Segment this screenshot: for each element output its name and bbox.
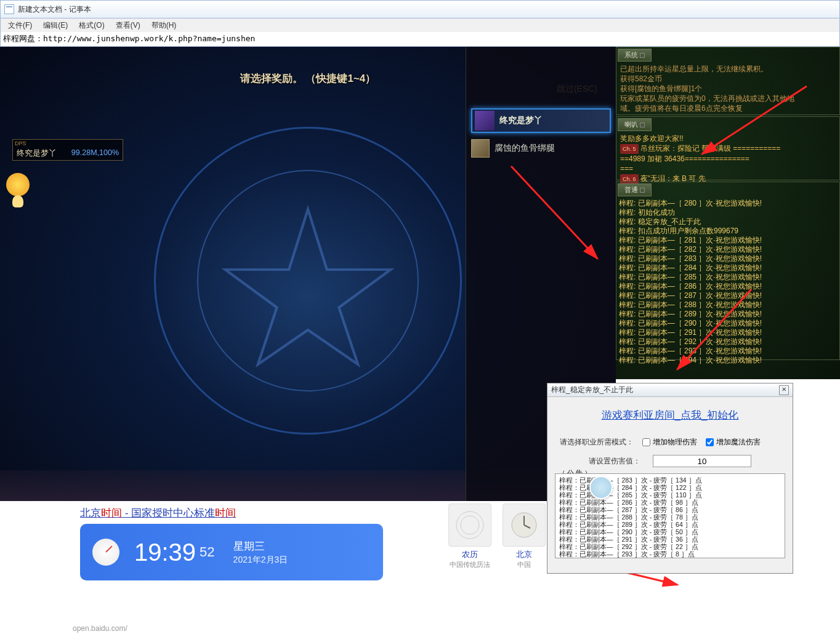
log-panel: 普通 梓程: 已刷副本—［ 280 ］次·祝您游戏愉快!梓程: 初始化成功梓程:… <box>616 182 840 360</box>
tool-avatar-icon <box>589 476 613 499</box>
notepad-icon <box>4 4 14 14</box>
notepad-title: 新建文本文档 - 记事本 <box>18 4 91 15</box>
menu-edit[interactable]: 编辑(E) <box>38 19 73 32</box>
clock-weekday: 星期三 <box>233 539 288 553</box>
system-tab[interactable]: 系统 <box>618 49 652 62</box>
log-tab[interactable]: 普通 <box>618 183 652 196</box>
mascot-icon <box>6 173 30 196</box>
reward-item[interactable]: 腐蚀的鱼骨绑腿 <box>471 139 611 158</box>
svg-marker-0 <box>225 209 391 364</box>
pentagram <box>222 201 394 373</box>
result-url: open.baidu.com/ <box>73 624 127 633</box>
init-link[interactable]: 游戏赛利亚房间_点我_初始化 <box>547 397 793 433</box>
svg-point-6 <box>461 516 479 534</box>
item-name: 腐蚀的鱼骨绑腿 <box>495 143 555 154</box>
chat-sidebar: 系统 已超出所持幸运星总量上限，无法继续累积。获得582金币获得[腐蚀的鱼骨绑腿… <box>616 47 840 379</box>
menu-format[interactable]: 格式(O) <box>74 19 109 32</box>
horn-tab[interactable]: 喇叭 <box>618 118 652 131</box>
clock-time: 19:39 <box>134 539 196 566</box>
clock-icon <box>92 539 119 566</box>
damage-input[interactable] <box>653 455 751 467</box>
close-button[interactable]: ✕ <box>779 385 789 395</box>
notepad-titlebar[interactable]: 新建文本文档 - 记事本 <box>0 0 840 18</box>
horn-panel: 喇叭 奖励多多欢迎大家!!Ch. 5吊丝玩家：探险记 帮你满级 ========… <box>616 116 840 180</box>
bot-tool-window[interactable]: 梓程_稳定奔放_不止于此 ✕ 游戏赛利亚房间_点我_初始化 请选择职业所需模式：… <box>547 383 793 574</box>
card-lunar[interactable]: 农历 中国传统历法 <box>448 504 491 569</box>
tool-title-text: 梓程_稳定奔放_不止于此 <box>551 385 633 395</box>
physical-checkbox[interactable]: 增加物理伤害 <box>642 437 697 447</box>
clock-date: 2021年2月3日 <box>233 555 288 566</box>
magic-checkbox[interactable]: 增加魔法伤害 <box>706 437 761 447</box>
dps-player: 终究是梦丫 <box>17 148 57 159</box>
dps-header: DPS <box>13 140 123 147</box>
clock-seconds: 52 <box>200 544 214 560</box>
notepad-window: 新建文本文档 - 记事本 文件(F) 编辑(E) 格式(O) 查看(V) 帮助(… <box>0 0 840 47</box>
menu-help[interactable]: 帮助(H) <box>147 19 182 32</box>
menu-view[interactable]: 查看(V) <box>111 19 145 32</box>
mode-label: 请选择职业所需模式： <box>560 437 634 447</box>
dps-meter: DPS 终究是梦丫 99.28M,100% <box>12 139 123 161</box>
damage-label: 请设置伤害值： <box>589 456 640 467</box>
item-icon <box>471 139 490 158</box>
player-avatar <box>475 111 495 130</box>
card-beijing[interactable]: 北京 中国 <box>503 504 546 569</box>
player-card[interactable]: 终究是梦丫 <box>471 108 611 133</box>
tool-log: 梓程：已刷副本—［ 283 ］次 - 疲劳［ 134 ］点梓程：已刷副本—［ 2… <box>555 473 785 558</box>
menu-file[interactable]: 文件(F) <box>3 19 37 32</box>
notepad-content[interactable]: 梓程网盘：http://www.junshenwp.work/k.php?nam… <box>0 32 840 47</box>
notepad-menubar: 文件(F) 编辑(E) 格式(O) 查看(V) 帮助(H) <box>0 18 840 32</box>
lunar-icon <box>448 504 491 547</box>
system-panel: 系统 已超出所持幸运星总量上限，无法继续累积。获得582金币获得[腐蚀的鱼骨绑腿… <box>616 47 840 115</box>
clock-card: 19:39 52 星期三 2021年2月3日 <box>80 524 383 580</box>
tool-titlebar[interactable]: 梓程_稳定奔放_不止于此 ✕ <box>547 383 793 397</box>
related-cards: 农历 中国传统历法 北京 中国 <box>448 504 546 569</box>
player-name: 终究是梦丫 <box>499 115 543 126</box>
beijing-icon <box>503 504 546 547</box>
dps-value: 99.28M,100% <box>71 148 119 159</box>
